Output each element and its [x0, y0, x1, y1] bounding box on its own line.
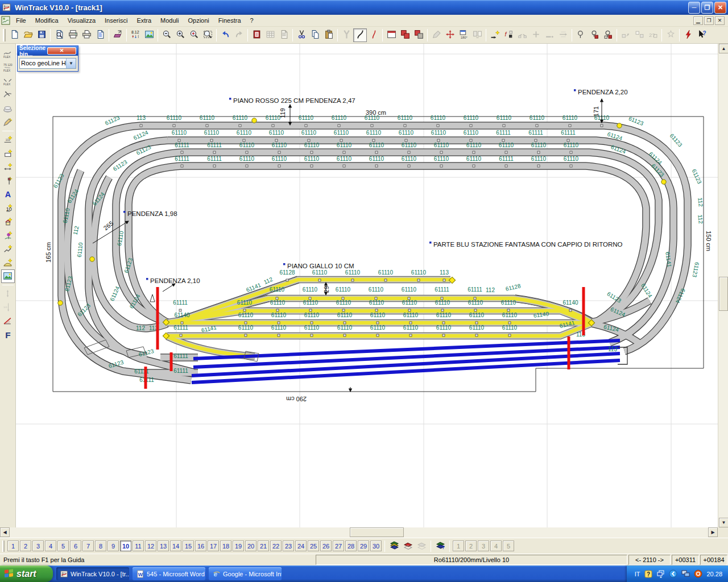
- zoom-in-button[interactable]: [173, 28, 187, 42]
- toolbar-grip[interactable]: [3, 29, 6, 41]
- layer-page-5-button[interactable]: 5: [57, 541, 69, 551]
- layer-page-2-button[interactable]: 2: [20, 541, 31, 551]
- draw-track-button[interactable]: [1, 115, 15, 129]
- network-tray-icon[interactable]: [681, 569, 690, 578]
- flex-75-120-button[interactable]: 75 120FLEX: [1, 61, 15, 74]
- vertical-scroll-thumb[interactable]: [719, 277, 728, 311]
- zoom-fit-button[interactable]: [201, 28, 214, 42]
- track-canvas[interactable]: 1136111061110611106111061110611106111061…: [16, 44, 718, 527]
- select-fill-button[interactable]: [601, 28, 615, 42]
- help-tray-icon[interactable]: ?: [644, 569, 652, 578]
- new-window-button[interactable]: [384, 28, 398, 42]
- mdi-close-button[interactable]: ✕: [715, 16, 725, 25]
- price-list-button[interactable]: [250, 28, 263, 42]
- layer-page-30-button[interactable]: 30: [370, 541, 382, 551]
- rotate-180-button[interactable]: 180°: [457, 28, 470, 42]
- new-dimension-button[interactable]: 101: [1, 133, 15, 147]
- layer-page-12-button[interactable]: 12: [145, 541, 156, 551]
- messenger-tray-icon[interactable]: [669, 569, 677, 578]
- zoom-section-button[interactable]: [187, 28, 201, 42]
- insert-text-button[interactable]: A: [1, 188, 15, 201]
- scroll-down-icon[interactable]: ▼: [719, 518, 728, 527]
- windows-gray-button[interactable]: [412, 28, 425, 42]
- document-icon[interactable]: [0, 15, 11, 26]
- layer-page-6-button[interactable]: 6: [70, 541, 81, 551]
- insert-polyline-button[interactable]: [1, 242, 15, 256]
- vertical-scrollbar[interactable]: ▲ ▼: [718, 44, 728, 527]
- layer-page-7-button[interactable]: 7: [82, 541, 94, 551]
- open-folder-button[interactable]: [21, 28, 35, 42]
- electric-button[interactable]: [681, 28, 695, 42]
- image-button[interactable]: [142, 28, 156, 42]
- layers-all-button[interactable]: [388, 540, 400, 552]
- menu-item-opzioni[interactable]: Opzioni: [183, 16, 213, 25]
- gradient-tool-button[interactable]: [1, 314, 15, 328]
- taskbar-task-wintrack[interactable]: WinTrack V10.0 - [tr...: [56, 567, 129, 580]
- contour-line-button[interactable]: [367, 28, 380, 42]
- scroll-right-icon[interactable]: ▶: [708, 527, 718, 537]
- layers-question-button[interactable]: ?: [434, 540, 446, 552]
- select-open-button[interactable]: [574, 28, 588, 42]
- insert-image-button[interactable]: [1, 269, 15, 283]
- layer-red-button[interactable]: [402, 540, 414, 552]
- layer-page-23-button[interactable]: 23: [283, 541, 294, 551]
- layer-page-14-button[interactable]: 14: [170, 541, 181, 551]
- layer-page-20-button[interactable]: 20: [245, 541, 257, 551]
- layer-page-28-button[interactable]: 28: [345, 541, 357, 551]
- help-pointer-button[interactable]: ?: [695, 28, 709, 42]
- cut-track-button[interactable]: [1, 88, 15, 102]
- ballast-button[interactable]: [1, 102, 15, 115]
- parts-list-button[interactable]: [93, 28, 107, 42]
- export-button[interactable]: [111, 28, 125, 42]
- insert-number-button[interactable]: 10: [1, 201, 15, 215]
- new-signal-button[interactable]: [1, 174, 15, 188]
- scroll-up-icon[interactable]: ▲: [719, 44, 728, 53]
- track-f-button[interactable]: F: [1, 328, 15, 342]
- layer-page-21-button[interactable]: 21: [258, 541, 269, 551]
- update-tray-icon[interactable]: [694, 569, 702, 578]
- flex-curve-button[interactable]: [353, 28, 367, 42]
- taskbar-task-word[interactable]: W545 - Microsoft Word: [133, 567, 205, 580]
- mdi-restore-button[interactable]: ❐: [704, 16, 714, 25]
- language-indicator[interactable]: IT: [635, 571, 640, 577]
- layer-page-15-button[interactable]: 15: [183, 541, 194, 551]
- layer-page-3-button[interactable]: 3: [32, 541, 44, 551]
- replace-button[interactable]: f: [502, 28, 515, 42]
- chevron-down-icon[interactable]: ▼: [66, 59, 76, 68]
- rotate-button[interactable]: [443, 28, 457, 42]
- start-button[interactable]: start: [0, 566, 53, 582]
- layer-page-22-button[interactable]: 22: [270, 541, 282, 551]
- windows-red-button[interactable]: [398, 28, 412, 42]
- layer-page-11-button[interactable]: 11: [133, 541, 144, 551]
- cut-button[interactable]: [295, 28, 308, 42]
- horizontal-scroll-thumb[interactable]: [350, 527, 404, 537]
- layer-page-8-button[interactable]: 8: [95, 541, 106, 551]
- layer-page-24-button[interactable]: 24: [295, 541, 307, 551]
- layer-page-19-button[interactable]: 19: [233, 541, 244, 551]
- taskbar-task-ie[interactable]: eGoogle - Microsoft Int...: [209, 567, 282, 580]
- layer-page-29-button[interactable]: 29: [358, 541, 369, 551]
- flex-track-button[interactable]: FLEX: [1, 47, 15, 61]
- undo-button[interactable]: [218, 28, 232, 42]
- close-button[interactable]: ✕: [714, 2, 726, 14]
- menu-item-moduli[interactable]: Moduli: [156, 16, 183, 25]
- layer-page-17-button[interactable]: 17: [208, 541, 219, 551]
- layer-page-9-button[interactable]: 9: [107, 541, 119, 551]
- insert-terrain-button[interactable]: [1, 256, 15, 269]
- palette-close-icon[interactable]: ✕: [47, 47, 76, 55]
- restore-tray-icon[interactable]: [656, 569, 665, 578]
- new-rectangle-button[interactable]: [1, 147, 15, 160]
- layer-page-16-button[interactable]: 16: [195, 541, 206, 551]
- track-library-select[interactable]: Roco geoLine H ▼: [19, 58, 76, 69]
- insert-new-button[interactable]: [488, 28, 502, 42]
- save-button[interactable]: [35, 28, 48, 42]
- menu-item-modifica[interactable]: Modifica: [31, 16, 63, 25]
- zoom-out-button[interactable]: [160, 28, 173, 42]
- menu-item-extra[interactable]: Extra: [132, 16, 156, 25]
- select-red-button[interactable]: [588, 28, 601, 42]
- piece-numbers-button[interactable]: 8.12: [129, 28, 142, 42]
- menu-item-file[interactable]: File: [11, 16, 31, 25]
- insert-tree-button[interactable]: [1, 228, 15, 242]
- flex-stretch-button[interactable]: FLEX: [1, 74, 15, 88]
- menu-item-inserisci[interactable]: Inserisci: [100, 16, 132, 25]
